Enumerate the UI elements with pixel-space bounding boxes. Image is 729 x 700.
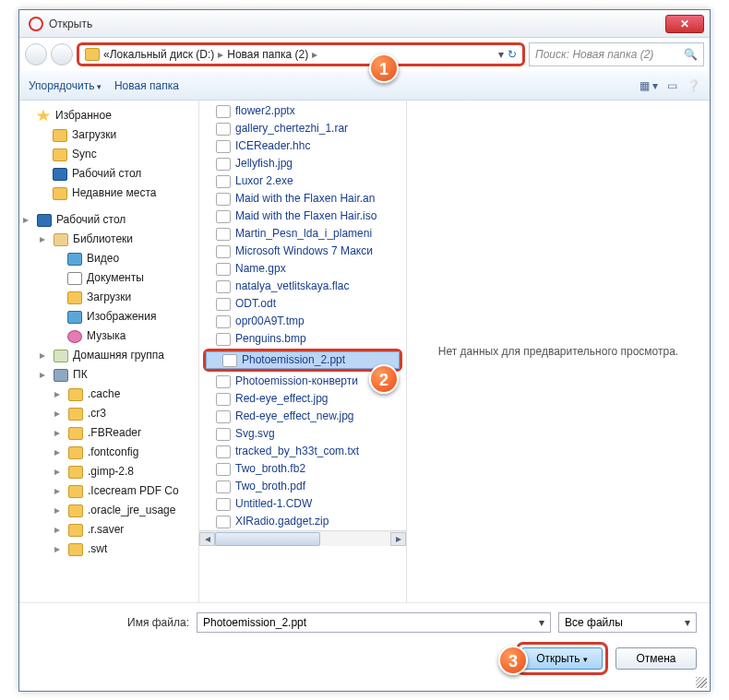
preview-pane-button[interactable]: ▭	[667, 79, 677, 92]
preview-pane: Нет данных для предварительного просмотр…	[407, 101, 710, 602]
nav-pc[interactable]: ▸ПК	[19, 365, 198, 385]
file-item[interactable]: Red-eye_effect_new.jpg	[199, 408, 406, 425]
search-placeholder: Поиск: Новая папка (2)	[535, 48, 653, 61]
annotation-marker-1: 1	[369, 53, 399, 83]
bottom-panel: Имя файла: Photoemission_2.ppt Все файлы…	[19, 602, 710, 684]
search-input[interactable]: Поиск: Новая папка (2) 🔍	[529, 42, 704, 66]
file-item[interactable]: Svg.svg	[199, 425, 406, 443]
open-button-highlight: Открыть ▾	[516, 642, 608, 675]
help-icon[interactable]: ❔	[687, 79, 700, 92]
preview-empty-text: Нет данных для предварительного просмотр…	[438, 345, 678, 358]
forward-button[interactable]	[51, 43, 73, 65]
resize-grip[interactable]	[696, 677, 707, 688]
file-type-filter[interactable]: Все файлы	[558, 612, 697, 633]
nav-recent[interactable]: Недавние места	[19, 184, 198, 203]
nav-downloads2[interactable]: Загрузки	[19, 288, 198, 307]
file-item[interactable]: ODT.odt	[199, 295, 406, 313]
annotation-marker-2: 2	[369, 364, 399, 394]
file-item[interactable]: Maid with the Flaxen Hair.an	[199, 190, 406, 208]
nav-favorites[interactable]: Избранное	[19, 106, 198, 125]
chevron-right-icon[interactable]: ▸	[218, 48, 223, 61]
nav-folder[interactable]: ▸.swt	[19, 540, 198, 559]
nav-sync[interactable]: Sync	[19, 145, 198, 164]
file-item[interactable]: Martin_Pesn_lda_i_plameni	[199, 225, 406, 243]
nav-folder[interactable]: ▸.Icecream PDF Co	[19, 481, 198, 501]
file-item[interactable]: opr00A9T.tmp	[199, 313, 406, 330]
nav-folder[interactable]: ▸.cache	[19, 385, 198, 404]
h-scrollbar[interactable]: ◂ ▸	[199, 530, 406, 546]
file-item[interactable]: Microsoft Windows 7 Макси	[199, 243, 406, 260]
chevron-right-icon[interactable]: ▸	[312, 48, 317, 61]
titlebar: Открыть ✕	[19, 10, 710, 38]
filename-input[interactable]: Photoemission_2.ppt	[197, 612, 551, 633]
file-item[interactable]: Untitled-1.CDW	[199, 495, 406, 513]
refresh-icon[interactable]: ↻	[508, 48, 517, 61]
search-icon: 🔍	[684, 48, 698, 61]
nav-libraries[interactable]: ▸Библиотеки	[19, 230, 198, 249]
dropdown-icon[interactable]: ▾	[498, 48, 504, 61]
file-item[interactable]: Two_broth.fb2	[199, 460, 406, 478]
file-list[interactable]: flower2.pptxgallery_chertezhi_1.rarICERe…	[199, 101, 407, 602]
close-button[interactable]: ✕	[665, 15, 704, 33]
organize-menu[interactable]: Упорядочить	[29, 79, 102, 92]
annotation-marker-3: 3	[498, 646, 528, 675]
nav-videos[interactable]: Видео	[19, 249, 198, 268]
open-button[interactable]: Открыть ▾	[521, 647, 603, 670]
nav-downloads[interactable]: Загрузки	[19, 125, 198, 145]
scroll-right[interactable]: ▸	[390, 532, 406, 546]
filename-label: Имя файла:	[32, 616, 189, 629]
nav-music[interactable]: Музыка	[19, 326, 198, 346]
nav-folder[interactable]: ▸.fontconfig	[19, 443, 198, 462]
nav-desktop-root[interactable]: ▸Рабочий стол	[19, 210, 198, 230]
file-item[interactable]: ICEReader.hhc	[199, 137, 406, 155]
file-item[interactable]: Two_broth.pdf	[199, 478, 406, 495]
file-item[interactable]: tracked_by_h33t_com.txt	[199, 443, 406, 460]
nav-homegroup[interactable]: ▸Домашняя группа	[19, 346, 198, 365]
nav-folder[interactable]: ▸.cr3	[19, 404, 198, 423]
file-item-selected[interactable]: Photoemission_2.ppt	[206, 351, 400, 369]
nav-pictures[interactable]: Изображения	[19, 307, 198, 326]
open-dialog: Открыть ✕ « Локальный диск (D:) ▸ Новая …	[18, 9, 711, 692]
scroll-thumb[interactable]	[215, 532, 320, 546]
back-button[interactable]	[25, 43, 47, 65]
nav-row: « Локальный диск (D:) ▸ Новая папка (2) …	[19, 38, 710, 71]
scroll-left[interactable]: ◂	[199, 532, 215, 546]
file-item[interactable]: Penguins.bmp	[199, 330, 406, 348]
file-item[interactable]: natalya_vetlitskaya.flac	[199, 278, 406, 295]
breadcrumb-sep: «	[103, 48, 110, 61]
file-item[interactable]: gallery_chertezhi_1.rar	[199, 120, 406, 137]
new-folder-button[interactable]: Новая папка	[114, 79, 179, 92]
file-item[interactable]: Name.gpx	[199, 260, 406, 278]
cancel-button[interactable]: Отмена	[615, 647, 697, 670]
view-mode-button[interactable]: ▦ ▾	[639, 79, 658, 92]
toolbar: Упорядочить Новая папка ▦ ▾ ▭ ❔	[19, 71, 710, 101]
nav-folder[interactable]: ▸.r.saver	[19, 520, 198, 540]
file-item[interactable]: XIRadio.gadget.zip	[199, 513, 406, 530]
breadcrumb-1[interactable]: Локальный диск (D:)	[110, 48, 215, 61]
file-item[interactable]: Jellyfish.jpg	[199, 155, 406, 172]
nav-folder[interactable]: ▸.oracle_jre_usage	[19, 501, 198, 520]
file-item[interactable]: Luxor 2.exe	[199, 172, 406, 190]
nav-tree[interactable]: Избранное Загрузки Sync Рабочий стол Нед…	[19, 101, 199, 602]
nav-documents[interactable]: Документы	[19, 268, 198, 288]
opera-icon	[29, 17, 43, 31]
nav-folder[interactable]: ▸.FBReader	[19, 423, 198, 443]
nav-folder[interactable]: ▸.gimp-2.8	[19, 462, 198, 481]
nav-desktop[interactable]: Рабочий стол	[19, 164, 198, 184]
file-item[interactable]: flower2.pptx	[199, 102, 406, 120]
file-item[interactable]: Maid with the Flaxen Hair.iso	[199, 208, 406, 225]
file-item[interactable]: Red-eye_effect.jpg	[199, 390, 406, 408]
breadcrumb-2[interactable]: Новая папка (2)	[227, 48, 308, 61]
address-bar[interactable]: « Локальный диск (D:) ▸ Новая папка (2) …	[77, 42, 525, 66]
window-title: Открыть	[49, 18, 665, 30]
folder-icon	[85, 48, 100, 61]
